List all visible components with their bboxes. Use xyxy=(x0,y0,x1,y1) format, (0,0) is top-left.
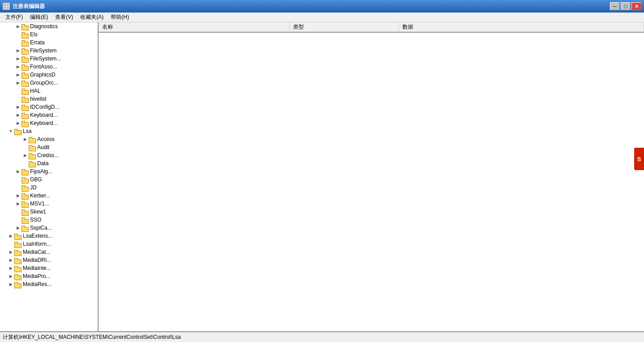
col-name: 名称 xyxy=(99,22,290,32)
folder-icon-idconfigd xyxy=(22,104,29,110)
menu-favorites[interactable]: 收藏夹(A) xyxy=(77,13,107,22)
title-bar-left: 注册表编辑器 xyxy=(3,3,45,10)
tree-node-credss[interactable]: ▶Credss... xyxy=(0,151,98,159)
tree-label-graphicsd: GraphicsD xyxy=(30,72,56,78)
tree-node-sspica[interactable]: ▶SspiCa... xyxy=(0,224,98,232)
tree-node-skew1[interactable]: Skew1 xyxy=(0,208,98,216)
tree-node-filesystem2[interactable]: ▶FileSystem... xyxy=(0,55,98,63)
folder-icon-sso xyxy=(22,217,29,223)
tree-expander-mediainte[interactable]: ▶ xyxy=(7,265,14,272)
tree-node-fontasso[interactable]: ▶FontAsso... xyxy=(0,63,98,71)
folder-icon-mediapro xyxy=(14,274,22,279)
tree-node-hal[interactable]: HAL xyxy=(0,87,98,95)
tree-expander-fontasso[interactable]: ▶ xyxy=(14,63,22,70)
tree-label-idconfigd: IDConfigD... xyxy=(30,104,59,110)
tree-node-mediapro[interactable]: ▶MediaPro... xyxy=(0,272,98,280)
tree-expander-mediacat[interactable]: ▶ xyxy=(7,248,14,256)
tree-label-mediares: MediaRes... xyxy=(23,281,52,287)
tree-expander-lsaextens[interactable]: ▶ xyxy=(7,232,14,239)
tree-node-kerber[interactable]: ▶Kerber... xyxy=(0,192,98,200)
tree-expander-lsa[interactable]: ▼ xyxy=(7,128,14,135)
tree-label-access: Access xyxy=(37,136,55,142)
tree-expander-access[interactable]: ▶ xyxy=(22,136,29,143)
tree-label-data: Data xyxy=(37,160,48,167)
tree-node-graphicsd[interactable]: ▶GraphicsD xyxy=(0,71,98,79)
tree-node-lsainform[interactable]: LsaInform... xyxy=(0,240,98,248)
tree-label-errata: Errata xyxy=(30,39,45,46)
tree-expander-filesystem1[interactable]: ▶ xyxy=(14,47,22,54)
tree-label-els: Els xyxy=(30,31,38,38)
folder-icon-gbg xyxy=(22,177,29,183)
maximize-button[interactable]: □ xyxy=(621,2,631,10)
tree-node-jd[interactable]: JD xyxy=(0,184,98,192)
status-bar: 计算机\HKEY_LOCAL_MACHINE\SYSTEM\CurrentCon… xyxy=(0,331,644,342)
tree-node-mediares[interactable]: ▶MediaRes... xyxy=(0,280,98,288)
folder-icon-graphicsd xyxy=(22,72,29,78)
tree-label-msv1: MSV1... xyxy=(30,201,49,207)
side-snagit-button[interactable]: S xyxy=(634,148,644,170)
tree-expander-keyboard1[interactable]: ▶ xyxy=(14,111,22,119)
tree-node-mediainte[interactable]: ▶MediaInte... xyxy=(0,264,98,272)
tree-node-msv1[interactable]: ▶MSV1... xyxy=(0,200,98,208)
tree-label-credss: Credss... xyxy=(37,152,59,158)
tree-node-diagnostics[interactable]: ▶Diagnostics xyxy=(0,22,98,30)
tree-label-filesystem1: FileSystem xyxy=(30,47,56,54)
tree-expander-mediapro[interactable]: ▶ xyxy=(7,273,14,280)
tree-node-sso[interactable]: SSO xyxy=(0,216,98,224)
folder-icon-skew1 xyxy=(22,209,29,215)
tree-label-jd: JD xyxy=(30,184,37,191)
tree-expander-graphicsd[interactable]: ▶ xyxy=(14,71,22,78)
tree-label-keyboard1: Keyboard... xyxy=(30,112,57,118)
tree-node-gbg[interactable]: GBG xyxy=(0,175,98,184)
tree-node-audit[interactable]: Audit xyxy=(0,143,98,151)
tree-node-errata[interactable]: Errata xyxy=(0,38,98,47)
tree-expander-msv1[interactable]: ▶ xyxy=(14,200,22,207)
tree-expander-fipsalg[interactable]: ▶ xyxy=(14,168,22,175)
tree-label-mediadri: MediaDRI... xyxy=(23,257,51,263)
tree-label-fipsalg: FipsAlg... xyxy=(30,168,52,175)
tree-expander-jd xyxy=(14,184,22,191)
folder-icon-audit xyxy=(29,145,36,150)
tree-expander-kerber[interactable]: ▶ xyxy=(14,192,22,199)
tree-panel[interactable]: ▶DiagnosticsElsErrata▶FileSystem▶FileSys… xyxy=(0,22,99,331)
tree-node-hivelist[interactable]: hivelist xyxy=(0,95,98,103)
tree-node-filesystem1[interactable]: ▶FileSystem xyxy=(0,47,98,55)
tree-expander-sspica[interactable]: ▶ xyxy=(14,224,22,231)
tree-expander-diagnostics[interactable]: ▶ xyxy=(14,23,22,30)
tree-node-els[interactable]: Els xyxy=(0,30,98,38)
minimize-button[interactable]: ─ xyxy=(610,2,620,10)
tree-label-lsaextens: LsaExtens... xyxy=(23,233,52,239)
tree-expander-keyboard2[interactable]: ▶ xyxy=(14,120,22,127)
folder-icon-data xyxy=(29,161,36,167)
folder-icon-errata xyxy=(22,40,29,46)
tree-expander-hal xyxy=(14,87,22,94)
menu-view[interactable]: 查看(V) xyxy=(52,13,77,22)
tree-expander-grouporc[interactable]: ▶ xyxy=(14,79,22,86)
registry-panel[interactable]: 名称 类型 数据 xyxy=(99,22,644,331)
menu-edit[interactable]: 编辑(E) xyxy=(26,13,52,22)
tree-node-lsaextens[interactable]: ▶LsaExtens... xyxy=(0,232,98,240)
menu-file[interactable]: 文件(F) xyxy=(2,13,26,22)
tree-expander-mediares[interactable]: ▶ xyxy=(7,281,14,288)
tree-node-mediadri[interactable]: ▶MediaDRI... xyxy=(0,256,98,264)
tree-node-fipsalg[interactable]: ▶FipsAlg... xyxy=(0,167,98,175)
close-button[interactable]: ✕ xyxy=(631,2,641,10)
folder-icon-mediacat xyxy=(14,249,22,255)
tree-node-access[interactable]: ▶Access xyxy=(0,135,98,143)
folder-icon-sspica xyxy=(22,225,29,231)
tree-node-idconfigd[interactable]: ▶IDConfigD... xyxy=(0,103,98,111)
tree-node-grouporc[interactable]: ▶GroupOrc... xyxy=(0,79,98,87)
col-data: 数据 xyxy=(398,22,644,32)
tree-expander-idconfigd[interactable]: ▶ xyxy=(14,103,22,111)
folder-icon-lsainform xyxy=(14,241,22,247)
tree-node-lsa[interactable]: ▼Lsa xyxy=(0,127,98,135)
tree-expander-filesystem2[interactable]: ▶ xyxy=(14,55,22,62)
tree-node-keyboard1[interactable]: ▶Keyboard... xyxy=(0,111,98,119)
tree-node-data[interactable]: Data xyxy=(0,159,98,167)
tree-label-filesystem2: FileSystem... xyxy=(30,56,61,62)
menu-help[interactable]: 帮助(H) xyxy=(107,13,133,22)
tree-node-mediacat[interactable]: ▶MediaCat... xyxy=(0,248,98,256)
tree-node-keyboard2[interactable]: ▶Keyboard... xyxy=(0,119,98,127)
tree-expander-mediadri[interactable]: ▶ xyxy=(7,256,14,264)
tree-expander-credss[interactable]: ▶ xyxy=(22,152,29,159)
